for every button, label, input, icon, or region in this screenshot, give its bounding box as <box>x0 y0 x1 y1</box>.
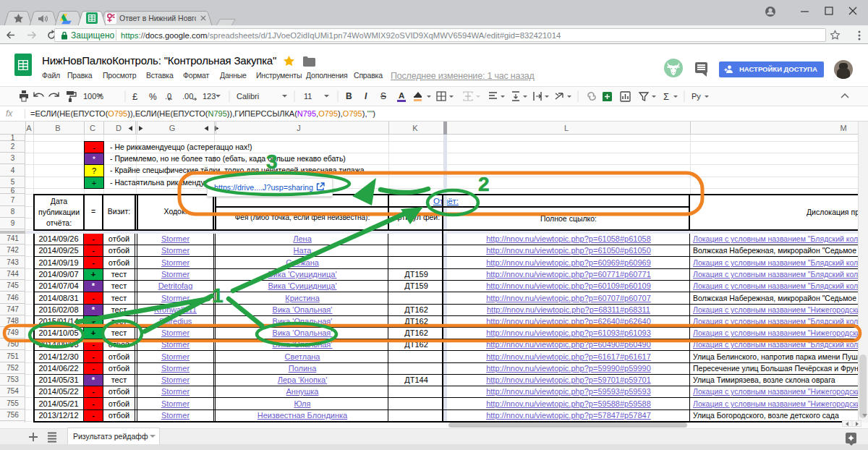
svg-text:3: 3 <box>266 150 278 173</box>
svg-text:1: 1 <box>212 284 224 307</box>
svg-text:2: 2 <box>478 173 490 195</box>
